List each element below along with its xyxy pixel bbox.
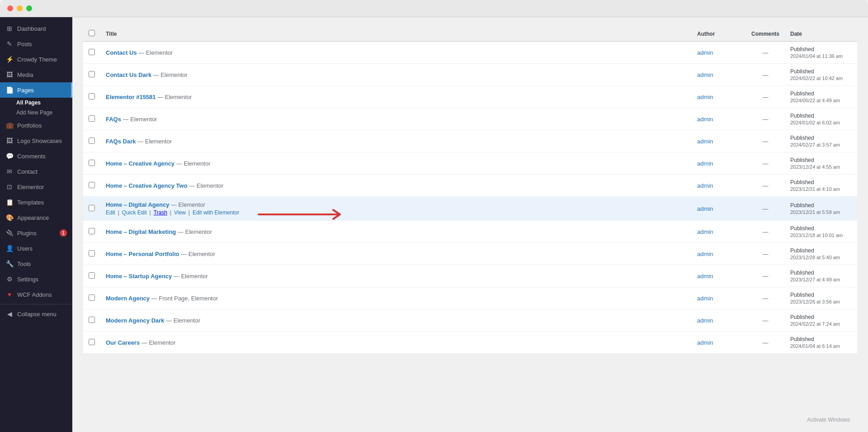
select-all-checkbox[interactable] [89, 30, 95, 36]
sidebar-item-portfolios[interactable]: 💼 Portfolios [0, 118, 72, 133]
page-title-link[interactable]: Home – Personal Portfolio [106, 251, 179, 257]
sidebar-item-appearance[interactable]: 🎨 Appearance [0, 210, 72, 225]
page-title-link[interactable]: Modern Agency Dark [106, 317, 165, 324]
publish-date: 2024/02/27 at 3:57 am [790, 142, 852, 147]
author-link[interactable]: admin [697, 295, 713, 302]
page-subtitle: — Elementor [156, 94, 192, 100]
page-title-link[interactable]: Home – Startup Agency [106, 273, 172, 280]
sidebar-item-all-pages[interactable]: All Pages [0, 98, 72, 108]
row-date-cell: Published2024/02/27 at 3:57 am [785, 130, 857, 152]
page-title-link[interactable]: Modern Agency [106, 295, 150, 302]
sidebar-item-label: Dashboard [17, 25, 46, 32]
sidebar-item-users[interactable]: 👤 Users [0, 241, 72, 256]
author-link[interactable]: admin [697, 182, 713, 189]
sidebar-item-logo-showcases[interactable]: 🖼 Logo Showcases [0, 133, 72, 148]
page-title-link[interactable]: Elementor #15581 [106, 94, 156, 100]
row-select-checkbox[interactable] [89, 49, 95, 55]
sidebar-item-tools[interactable]: 🔧 Tools [0, 256, 72, 271]
row-author-cell: admin [692, 287, 746, 309]
page-title-link[interactable]: Contact Us Dark [106, 71, 151, 78]
row-checkbox-cell [83, 86, 100, 108]
comments-count: — [762, 182, 768, 189]
comments-count: — [762, 273, 768, 280]
sidebar-item-crowdy-theme[interactable]: ⚡ Crowdy Theme [0, 52, 72, 67]
row-select-checkbox[interactable] [89, 160, 95, 166]
row-select-checkbox[interactable] [89, 182, 95, 188]
minimize-button[interactable] [17, 5, 23, 11]
sidebar-item-posts[interactable]: ✎ Posts [0, 36, 72, 52]
sidebar-item-elementor[interactable]: ⊡ Elementor [0, 179, 72, 195]
sidebar-item-label: Logo Showcases [17, 138, 62, 144]
action-edit-with-elementor[interactable]: Edit with Elementor [193, 209, 239, 216]
row-checkbox-cell [83, 221, 100, 243]
comments-count: — [762, 94, 768, 100]
page-title-link[interactable]: Home – Digital Agency [106, 201, 169, 208]
comments-count: — [762, 138, 768, 145]
row-select-checkbox[interactable] [89, 115, 95, 122]
row-select-checkbox[interactable] [89, 294, 95, 301]
action-separator: | [189, 209, 190, 216]
maximize-button[interactable] [26, 5, 32, 11]
sidebar-item-media[interactable]: 🖼 Media [0, 67, 72, 82]
table-row: Home – Creative Agency Two — Elementorad… [83, 175, 857, 197]
author-link[interactable]: admin [697, 49, 713, 56]
row-select-checkbox[interactable] [89, 317, 95, 323]
page-title-link[interactable]: Our Careers [106, 339, 140, 346]
sidebar-item-comments[interactable]: 💬 Comments [0, 148, 72, 164]
close-button[interactable] [7, 5, 13, 11]
sidebar-item-settings[interactable]: ⚙ Settings [0, 271, 72, 287]
action-quick-edit[interactable]: Quick Edit [122, 209, 147, 216]
author-link[interactable]: admin [697, 273, 713, 280]
author-link[interactable]: admin [697, 94, 713, 100]
sidebar-item-pages[interactable]: 📄 Pages [0, 82, 72, 98]
author-link[interactable]: admin [697, 138, 713, 145]
action-edit[interactable]: Edit [106, 209, 115, 216]
page-title-link[interactable]: FAQs [106, 116, 121, 123]
row-checkbox-cell [83, 64, 100, 86]
page-title-link[interactable]: Home – Creative Agency [106, 160, 175, 167]
row-select-checkbox[interactable] [89, 205, 95, 211]
sidebar-item-dashboard[interactable]: ⊞ Dashboard [0, 21, 72, 36]
row-select-checkbox[interactable] [89, 71, 95, 77]
select-all-checkbox-header[interactable] [83, 26, 100, 42]
sidebar-item-plugins[interactable]: 🔌 Plugins 1 [0, 225, 72, 241]
comments-count: — [762, 160, 768, 167]
action-trash[interactable]: Trash [154, 209, 167, 216]
table-row: Home – Personal Portfolio — Elementoradm… [83, 243, 857, 265]
author-link[interactable]: admin [697, 228, 713, 235]
author-link[interactable]: admin [697, 317, 713, 324]
col-author-header: Author [692, 26, 746, 42]
row-checkbox-cell [83, 332, 100, 354]
page-title-link[interactable]: FAQs Dark [106, 138, 136, 145]
author-link[interactable]: admin [697, 71, 713, 78]
sidebar-item-label: Portfolios [17, 122, 42, 129]
dashboard-icon: ⊞ [5, 24, 14, 33]
row-author-cell: admin [692, 108, 746, 130]
author-link[interactable]: admin [697, 205, 713, 212]
action-separator: | [170, 209, 171, 216]
page-title-link[interactable]: Contact Us [106, 49, 137, 56]
page-title-link[interactable]: Home – Digital Marketing [106, 228, 176, 235]
contact-icon: ✉ [5, 167, 14, 176]
publish-date: 2023/12/26 at 3:56 am [790, 299, 852, 304]
sidebar-item-contact[interactable]: ✉ Contact [0, 164, 72, 179]
row-select-checkbox[interactable] [89, 339, 95, 345]
sidebar-item-add-new-page[interactable]: Add New Page [0, 108, 72, 118]
sidebar-item-wcf-addons[interactable]: ♥ WCF Addons [0, 287, 72, 302]
author-link[interactable]: admin [697, 160, 713, 167]
row-select-checkbox[interactable] [89, 250, 95, 256]
comments-count: — [762, 317, 768, 324]
author-link[interactable]: admin [697, 251, 713, 257]
row-select-checkbox[interactable] [89, 272, 95, 279]
author-link[interactable]: admin [697, 116, 713, 123]
page-title-link[interactable]: Home – Creative Agency Two [106, 182, 188, 189]
page-subtitle: — Elementor [140, 339, 175, 346]
row-select-checkbox[interactable] [89, 93, 95, 100]
page-subtitle: — Elementor [121, 116, 157, 123]
author-link[interactable]: admin [697, 339, 713, 346]
action-view[interactable]: View [174, 209, 186, 216]
sidebar-item-templates[interactable]: 📋 Templates [0, 195, 72, 210]
sidebar-item-collapse[interactable]: ◀ Collapse menu [0, 306, 72, 322]
row-select-checkbox[interactable] [89, 138, 95, 144]
row-select-checkbox[interactable] [89, 228, 95, 234]
